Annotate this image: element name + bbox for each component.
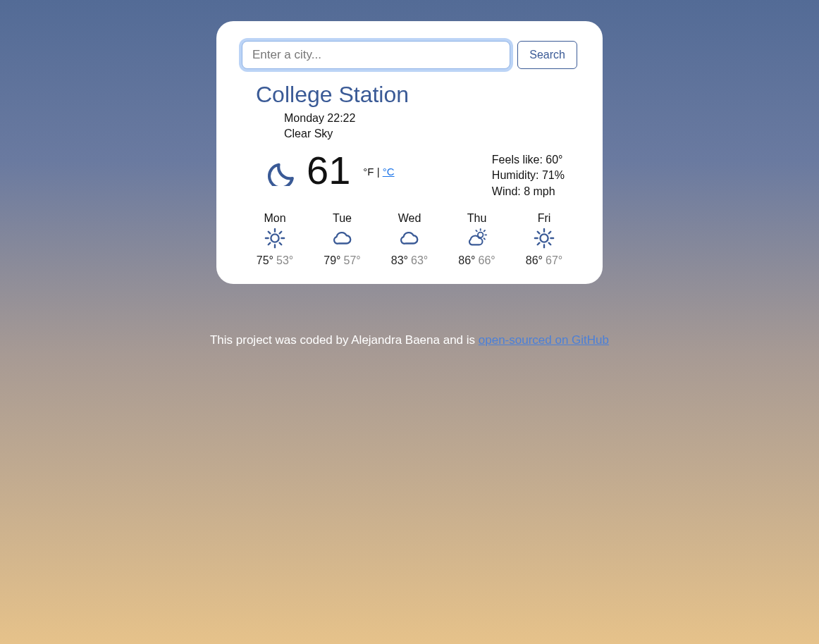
- date-condition-block: Monday 22:22 Clear Sky: [284, 111, 577, 142]
- forecast-day: Thu 86°66°: [447, 212, 507, 267]
- search-row: Search: [242, 41, 577, 69]
- forecast-hi: 83°: [391, 254, 408, 266]
- wind-label: Wind:: [492, 185, 524, 197]
- wind-value: 8 mph: [524, 185, 555, 197]
- humidity-label: Humidity:: [492, 169, 542, 181]
- forecast-day-name: Mon: [245, 212, 305, 225]
- forecast-lo: 63°: [411, 254, 428, 266]
- current-weather-row: 61 °F | °C Feels like: 60° Humidity: 71%…: [242, 151, 577, 199]
- current-datetime: Monday 22:22: [284, 111, 577, 126]
- feels-like-label: Feels like:: [492, 154, 546, 166]
- forecast-day: Mon 75°53°: [245, 212, 305, 267]
- unit-toggle: °F | °C: [363, 166, 394, 178]
- city-search-input[interactable]: [242, 41, 510, 69]
- current-temperature: 61: [307, 151, 350, 190]
- humidity-row: Humidity: 71%: [492, 168, 565, 183]
- forecast-day: Fri 86°67°: [514, 212, 574, 267]
- forecast-lo: 67°: [546, 254, 562, 266]
- current-temp-block: 61 °F | °C: [267, 151, 395, 190]
- cloud-icon: [332, 228, 353, 249]
- sun-icon: [264, 228, 285, 249]
- forecast-temps: 86°66°: [447, 254, 507, 267]
- forecast-temps: 83°63°: [379, 254, 440, 267]
- footer-prefix: This project was coded by Alejandra Baen…: [210, 333, 479, 347]
- forecast-day: Wed 83°63°: [379, 212, 440, 267]
- sun-icon: [534, 228, 555, 249]
- footer-text: This project was coded by Alejandra Baen…: [210, 333, 609, 347]
- forecast-temps: 79°57°: [312, 254, 373, 267]
- forecast-lo: 53°: [276, 254, 293, 266]
- forecast-hi: 86°: [526, 254, 543, 266]
- forecast-hi: 86°: [458, 254, 475, 266]
- forecast-lo: 57°: [344, 254, 361, 266]
- forecast-day-name: Tue: [312, 212, 373, 225]
- forecast-hi: 79°: [324, 254, 340, 266]
- forecast-day-name: Thu: [447, 212, 507, 225]
- unit-separator: |: [374, 166, 382, 178]
- unit-celsius-link[interactable]: °C: [383, 166, 395, 178]
- weather-details: Feels like: 60° Humidity: 71% Wind: 8 mp…: [492, 151, 577, 199]
- cloud-icon: [399, 228, 420, 249]
- humidity-value: 71%: [542, 169, 565, 181]
- forecast-temps: 86°67°: [514, 254, 574, 267]
- feels-like-value: 60°: [546, 154, 562, 166]
- weather-card: Search College Station Monday 22:22 Clea…: [216, 21, 603, 284]
- unit-fahrenheit: °F: [363, 166, 374, 178]
- forecast-day-name: Fri: [514, 212, 574, 225]
- forecast-day: Tue 79°57°: [312, 212, 373, 267]
- github-link[interactable]: open-sourced on GitHub: [479, 333, 609, 347]
- forecast-row: Mon 75°53° Tue 79°57° Wed 83°63° Thu 86°…: [242, 212, 577, 267]
- forecast-temps: 75°53°: [245, 254, 305, 267]
- partly-sunny-icon: [467, 228, 488, 249]
- city-name: College Station: [256, 82, 577, 108]
- forecast-hi: 75°: [257, 254, 273, 266]
- feels-like-row: Feels like: 60°: [492, 152, 565, 168]
- forecast-day-name: Wed: [379, 212, 440, 225]
- wind-row: Wind: 8 mph: [492, 184, 565, 199]
- forecast-lo: 66°: [479, 254, 495, 266]
- current-condition: Clear Sky: [284, 126, 577, 142]
- moon-icon: [267, 155, 298, 186]
- search-button[interactable]: Search: [517, 41, 577, 69]
